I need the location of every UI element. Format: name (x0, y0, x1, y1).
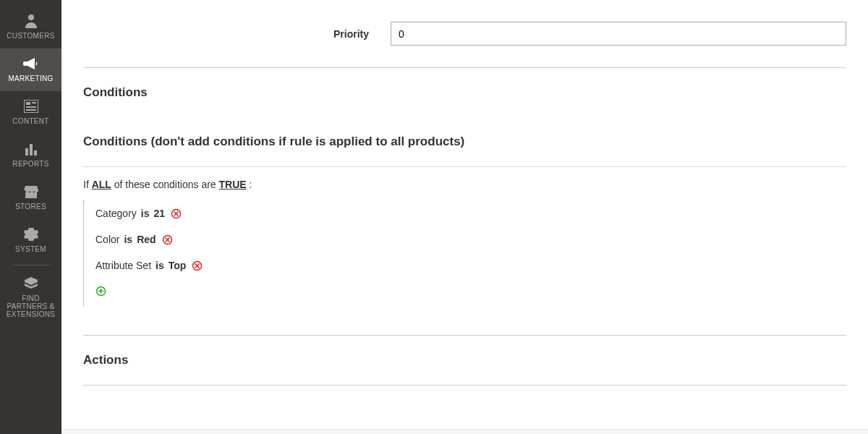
conditions-subtitle: Conditions (don't add conditions if rule… (61, 117, 868, 166)
condition-operator[interactable]: is (141, 208, 150, 219)
svg-rect-9 (25, 192, 37, 198)
condition-value[interactable]: Top (169, 260, 187, 271)
sidebar-separator (12, 265, 51, 265)
condition-attribute[interactable]: Color (95, 234, 119, 245)
conditions-section-title: Conditions (61, 68, 868, 117)
condition-row: Color is Red (95, 226, 846, 252)
customers-icon (22, 13, 40, 29)
sidebar-label: STORES (14, 203, 48, 210)
svg-rect-8 (34, 150, 37, 156)
stores-icon (22, 184, 40, 200)
sidebar-label: MARKETING (7, 75, 54, 82)
spacer (61, 386, 868, 429)
condition-row: Category is 21 (95, 200, 846, 226)
condition-operator[interactable]: is (124, 234, 132, 245)
partners-icon (22, 276, 40, 292)
condition-value[interactable]: Red (137, 234, 156, 245)
remove-condition-icon[interactable] (162, 234, 173, 245)
remove-condition-icon[interactable] (171, 208, 182, 219)
svg-rect-7 (30, 144, 33, 156)
sidebar-item-system[interactable]: SYSTEM (0, 219, 61, 262)
condition-operator[interactable]: is (156, 260, 164, 271)
sidebar-item-reports[interactable]: REPORTS (0, 134, 61, 176)
marketing-icon (22, 56, 40, 72)
priority-row: Priority (61, 0, 868, 67)
intro-prefix: If (83, 179, 92, 190)
reports-icon (22, 141, 40, 157)
sidebar-label: CUSTOMERS (5, 32, 56, 40)
main-content: Priority Conditions Conditions (don't ad… (61, 0, 868, 434)
intro-suffix: : (247, 179, 252, 190)
svg-rect-5 (26, 109, 36, 111)
sidebar-label: FIND PARTNERS & EXTENSIONS (0, 294, 61, 318)
priority-input[interactable] (391, 22, 846, 46)
svg-rect-4 (26, 106, 36, 108)
condition-attribute[interactable]: Attribute Set (95, 260, 151, 271)
value-selector[interactable]: TRUE (219, 179, 247, 190)
svg-point-0 (28, 14, 34, 20)
aggregator-selector[interactable]: ALL (92, 179, 111, 190)
sidebar-item-customers[interactable]: CUSTOMERS (0, 6, 61, 48)
priority-label: Priority (145, 28, 391, 40)
intro-mid: of these conditions are (111, 179, 219, 190)
sidebar-item-marketing[interactable]: MARKETING (0, 48, 61, 91)
content-icon (22, 98, 40, 114)
admin-sidebar: CUSTOMERS MARKETING CONTENT REPORTS STOR… (0, 0, 61, 434)
condition-attribute[interactable]: Category (95, 208, 137, 219)
remove-condition-icon[interactable] (192, 260, 203, 271)
svg-rect-2 (26, 102, 30, 105)
svg-rect-3 (32, 102, 36, 103)
conditions-tree: Category is 21 Color is Red Attrib (83, 200, 846, 306)
page-footer: Copyright © 2022 Magento Commerce Inc. A… (61, 429, 868, 434)
condition-value[interactable]: 21 (154, 208, 166, 219)
add-condition-row (95, 278, 846, 306)
sidebar-item-stores[interactable]: STORES (0, 176, 61, 219)
sidebar-label: CONTENT (11, 117, 50, 125)
sidebar-item-content[interactable]: CONTENT (0, 91, 61, 134)
sidebar-label: REPORTS (11, 160, 50, 168)
sidebar-item-find-partners[interactable]: FIND PARTNERS & EXTENSIONS (0, 268, 61, 327)
add-condition-icon[interactable] (95, 286, 106, 297)
conditions-intro: If ALL of these conditions are TRUE : (61, 167, 868, 197)
system-icon (22, 226, 40, 242)
sidebar-label: SYSTEM (14, 245, 48, 253)
condition-row: Attribute Set is Top (95, 252, 846, 278)
svg-rect-6 (25, 148, 28, 156)
actions-section-title: Actions (61, 336, 868, 385)
